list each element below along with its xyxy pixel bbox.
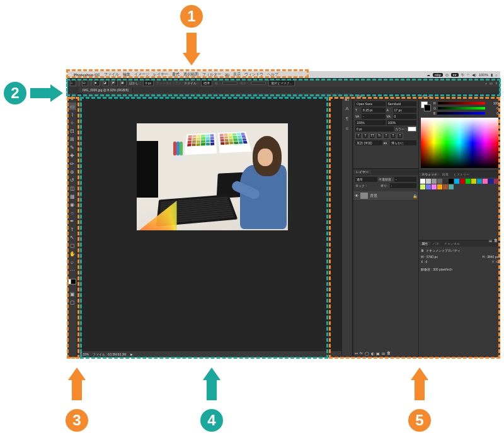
style-btn-caps[interactable]: TT (369, 133, 375, 139)
menu-select[interactable]: 選択範囲 (183, 72, 198, 77)
wifi-icon[interactable]: ⌔ (467, 73, 469, 77)
statusbar-menu-icon[interactable]: ▶ (130, 352, 133, 356)
layer-background[interactable]: 👁 背景 🔒 (353, 191, 418, 201)
layer-fx-icon[interactable]: fx (360, 351, 363, 356)
tab-swatches[interactable]: スウォッチ (419, 172, 440, 176)
y-value[interactable]: 0 (496, 260, 498, 264)
search-icon[interactable]: ⌕ (485, 81, 487, 85)
ruler-horizontal[interactable] (83, 93, 341, 98)
feather-input[interactable]: 0 px (143, 80, 154, 86)
tab-character[interactable]: 文字 (353, 94, 365, 98)
swatch[interactable] (443, 179, 448, 184)
tool-move[interactable]: ✥ (69, 94, 76, 102)
strip-icon-2[interactable]: A (343, 106, 351, 113)
background-color[interactable] (71, 279, 76, 284)
menu-filter[interactable]: フィルター (202, 72, 221, 77)
swatch[interactable] (477, 179, 482, 184)
tool-crop[interactable]: ⊡ (69, 127, 76, 135)
style-select[interactable]: 標準 (201, 80, 212, 86)
style-btn-small[interactable]: Tr (376, 133, 382, 139)
tool-marquee[interactable]: ▭ (69, 103, 76, 110)
menu-image[interactable]: イメージ (134, 72, 149, 77)
tool-wand[interactable]: ✧ (69, 119, 76, 126)
swatch[interactable] (483, 179, 488, 184)
delete-layer-icon[interactable]: 🗑 (387, 351, 391, 356)
tool-eraser[interactable]: ◫ (69, 184, 76, 192)
swatch[interactable] (494, 179, 499, 184)
g-slider[interactable] (438, 107, 485, 110)
volume-icon[interactable]: ◀) (472, 72, 476, 77)
tool-type[interactable]: T (69, 225, 76, 233)
app-name[interactable]: Photoshop CC (74, 73, 100, 77)
tool-history-brush[interactable]: ↺ (69, 176, 76, 184)
swatch[interactable] (426, 184, 431, 189)
b-slider[interactable] (437, 112, 485, 115)
swatch[interactable] (443, 184, 448, 189)
selection-mode-int[interactable]: ▣ (120, 80, 127, 86)
tab-paths[interactable]: パス (430, 242, 442, 245)
style-btn-sub[interactable]: T (390, 133, 396, 139)
delete-swatch-icon[interactable]: 🗑 (494, 239, 498, 243)
swatch[interactable] (432, 179, 437, 184)
swatch[interactable] (420, 184, 425, 189)
blend-mode-select[interactable]: 通常 (355, 177, 377, 182)
menu-window[interactable]: ウィンドウ (244, 72, 263, 77)
swatch[interactable] (437, 179, 442, 184)
tool-blur[interactable]: ◉ (69, 201, 76, 208)
layer-name[interactable]: 背景 (370, 193, 377, 199)
vscale-input[interactable]: 100% (355, 120, 386, 125)
tool-dodge[interactable]: ○ (69, 209, 76, 216)
bg-color-swatch[interactable] (424, 104, 431, 111)
width-input[interactable] (222, 82, 238, 84)
r-value[interactable]: 100 (487, 101, 498, 105)
swatch[interactable] (466, 179, 471, 184)
tool-brush[interactable]: ✏ (69, 160, 76, 167)
zoom-level[interactable]: 8.33% (80, 352, 89, 356)
language-select[interactable]: 英語 (米国) (355, 140, 382, 145)
res-value[interactable]: 300 pixel/inch (433, 267, 452, 271)
group-icon[interactable]: ▣ (376, 351, 380, 356)
tool-hand[interactable]: ✋ (69, 250, 76, 257)
selection-mode-add[interactable]: ◪ (103, 80, 109, 86)
h-value[interactable]: 3840 px (487, 255, 498, 259)
link-layers-icon[interactable]: ⚯ (355, 351, 358, 356)
menu-layer[interactable]: レイヤー (153, 72, 168, 77)
baseline-input[interactable]: 0 pt (355, 126, 394, 132)
tool-gradient[interactable]: ▦ (69, 193, 76, 200)
tool-lasso[interactable]: ⌇ (69, 111, 76, 118)
cloud-icon[interactable]: ☁ (427, 72, 430, 77)
swatch[interactable] (432, 184, 437, 189)
tracking-input[interactable]: 0 (393, 114, 417, 119)
font-style-select[interactable]: Semibold (387, 101, 417, 106)
cc-icon[interactable]: ◎ (445, 72, 449, 77)
menu-3d[interactable]: 3D (225, 73, 230, 77)
tool-screenmode[interactable]: ▢ (69, 298, 76, 306)
r-slider[interactable] (438, 102, 485, 104)
share-icon[interactable]: ⇪ (495, 81, 498, 85)
tool-quickmask[interactable]: ▣ (69, 290, 76, 298)
visibility-icon[interactable]: 👁 (355, 194, 358, 198)
opacity-input[interactable]: - (394, 177, 416, 182)
layer-thumb[interactable] (360, 193, 368, 199)
style-btn-italic[interactable]: T (362, 133, 369, 139)
home-button[interactable]: ⌂ (70, 80, 76, 86)
swatch[interactable] (437, 184, 442, 189)
swatch[interactable] (454, 179, 459, 184)
swatch[interactable] (471, 179, 476, 184)
tool-edit-toolbar[interactable]: ⋯ (69, 266, 76, 274)
menu-edit[interactable]: 編集 (123, 72, 130, 77)
style-btn-bold[interactable]: T (355, 133, 362, 139)
fill-input[interactable]: - (390, 183, 416, 188)
layer-mask-icon[interactable]: ◯ (365, 351, 369, 356)
tool-frame[interactable]: ⊞ (69, 135, 76, 143)
reload-icon[interactable]: ↻ (461, 72, 464, 77)
canvas[interactable] (83, 98, 341, 351)
lock-icon[interactable]: 🔒 (413, 194, 417, 198)
hscale-input[interactable]: 100% (387, 120, 417, 125)
tab-history[interactable]: ヒストリー (451, 172, 472, 176)
spotlight-icon[interactable]: ⌕ (495, 73, 498, 77)
style-btn-sup[interactable]: T (383, 133, 389, 139)
tool-pen[interactable]: ✒ (69, 217, 76, 225)
leading-input[interactable]: 17 px (393, 108, 417, 113)
menu-file[interactable]: ファイル (104, 72, 119, 77)
